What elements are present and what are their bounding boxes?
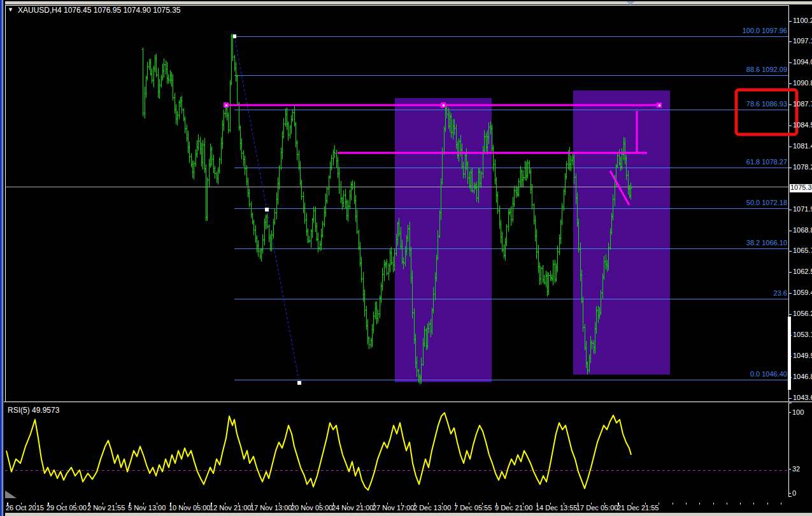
chart-canvas[interactable]: [0, 0, 812, 516]
price-tick-label: 1049.95: [793, 352, 812, 359]
price-tick-label: 1056.25: [793, 310, 812, 317]
price-tick-label: 1059.40: [793, 289, 812, 296]
fib-label-61.8: 61.8 1078.27: [746, 159, 787, 166]
left-border-gap: [3, 0, 5, 516]
price-tick-label: 1087.70: [793, 101, 812, 108]
current-price-tag: 1075.35: [790, 184, 812, 192]
highlight-zone-2[interactable]: [573, 90, 670, 375]
time-tick-label: 2 Dec 13:00: [413, 505, 451, 512]
rsi-tick-label: 0: [792, 490, 796, 497]
time-tick-label: 26 Oct 2015: [6, 505, 44, 512]
rsi-line: [6, 413, 631, 490]
trendline-handle-2[interactable]: [297, 381, 301, 385]
fib-label-38.2: 38.2 1066.10: [746, 240, 787, 247]
time-tick-label: 21 Dec 21:55: [617, 505, 659, 512]
time-tick-label: 17 Nov 13:00: [250, 505, 292, 512]
time-tick-label: 9 Dec 21:00: [495, 505, 532, 512]
time-tick-label: 20 Nov 05:00: [291, 505, 332, 512]
rsi-tick-label: 32: [792, 466, 800, 473]
fib-label-50.0: 50.0 1072.18: [746, 199, 787, 206]
window-bottom-strip: [0, 513, 812, 516]
magenta-handle-center-1: [443, 104, 445, 106]
time-tick-label: 7 Dec 05:55: [454, 505, 492, 512]
red-highlight-box[interactable]: [736, 90, 797, 134]
fib-label-78.6: 78.6 1086.93: [746, 101, 787, 108]
price-tick-label: 1068.80: [793, 227, 812, 234]
left-window-border[interactable]: [1, 0, 3, 516]
trendline-handle-1[interactable]: [265, 208, 269, 211]
time-tick-label: 10 Nov 05:00: [169, 505, 210, 512]
panel-separator-shadow: [4, 402, 812, 403]
price-tick-label: 1062.55: [793, 268, 812, 275]
magenta-handle-center-0: [225, 104, 227, 106]
price-tick-label: 1046.80: [793, 373, 812, 380]
symbol-dropdown-icon[interactable]: ▼: [8, 7, 13, 13]
price-tick-label: 1071.95: [793, 206, 812, 213]
time-tick-label: 27 Nov 17:00: [373, 505, 414, 512]
price-tick-label: 1053.10: [793, 331, 812, 338]
price-bars: [142, 34, 632, 384]
fib-label-0.0: 0.0 1046.40: [750, 371, 787, 378]
magenta-handle-center-2: [659, 104, 660, 106]
chart-title: XAUUSD,H4 1076.45 1076.95 1074.90 1075.3…: [18, 6, 181, 14]
chart-window: ▼ XAUUSD,H4 1076.45 1076.95 1074.90 1075…: [0, 0, 812, 516]
time-tick-label: 24 Nov 21:00: [332, 505, 373, 512]
left-border-light: [3, 0, 3, 516]
panel-separator[interactable]: [4, 401, 812, 402]
left-border-dark: [0, 0, 1, 516]
price-tick-label: 1043.65: [793, 394, 812, 401]
rsi-tick-label: 100: [792, 409, 804, 416]
time-tick-label: 14 Dec 13:55: [536, 505, 577, 512]
window-top-strip: [0, 1, 812, 4]
fib-label-23.6: 23.6: [774, 290, 787, 297]
panel-resize-grip-icon[interactable]: [5, 491, 17, 498]
price-tick-label: 1100.25: [793, 17, 812, 24]
price-tick-label: 1078.25: [793, 164, 812, 171]
price-tick-label: 1084.55: [793, 122, 812, 129]
titlebar-top-line: [0, 0, 812, 1]
time-tick-label: 29 Oct 05:00: [46, 505, 87, 512]
time-tick-label: 17 Dec 05:00: [576, 505, 618, 512]
time-tick-label: 2 Nov 21:55: [87, 505, 125, 512]
price-tick-label: 1094.00: [793, 59, 812, 66]
time-tick-label: 5 Nov 13:00: [128, 505, 166, 512]
rsi-indicator-label: RSI(5) 49.9573: [8, 406, 59, 414]
fib-label-88.6: 88.6 1092.09: [746, 66, 787, 73]
price-tick-label: 1065.70: [793, 247, 812, 254]
fib-label-100.0: 100.0 1097.96: [743, 27, 787, 34]
highlight-zone-1[interactable]: [395, 98, 492, 382]
price-tick-label: 1090.85: [793, 80, 812, 87]
vertical-scrollbar-thumb[interactable]: [788, 317, 791, 390]
price-tick-label: 1097.15: [793, 38, 812, 45]
price-tick-label: 1081.40: [793, 143, 812, 150]
time-tick-label: 12 Nov 21:00: [210, 505, 251, 512]
